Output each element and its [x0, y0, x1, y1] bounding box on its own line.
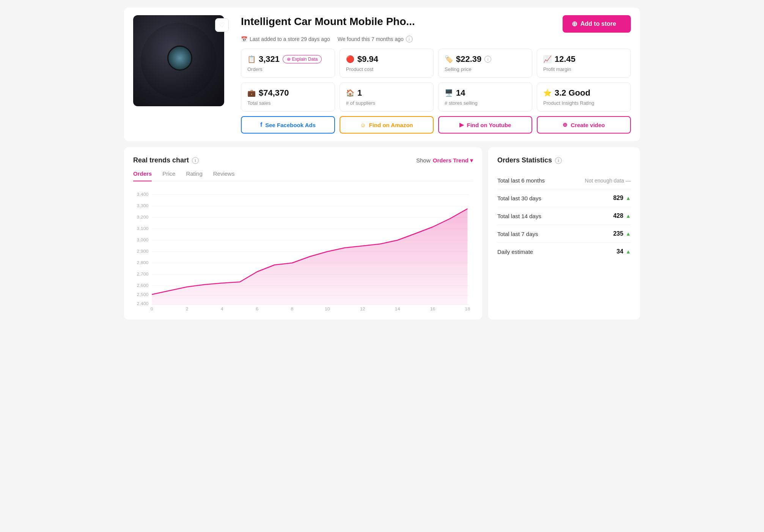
- up-arrow-daily: ▲: [626, 249, 631, 255]
- stat-row-30days: Total last 30 days 829 ▲: [497, 189, 631, 207]
- stat-top: 🔴 $9.94: [346, 54, 427, 64]
- stat-row-6months: Total last 6 months Not enough data —: [497, 172, 631, 189]
- svg-text:2,600: 2,600: [137, 283, 149, 288]
- orders-value: 3,321: [259, 54, 280, 64]
- suppliers-value: 1: [357, 88, 362, 98]
- facebook-ads-button[interactable]: f See Facebook Ads: [241, 116, 335, 134]
- chart-title: Real trends chart i: [133, 156, 199, 164]
- rating-value: 3.2 Good: [555, 88, 590, 98]
- row-value-30days: 829 ▲: [613, 195, 631, 201]
- svg-text:3,300: 3,300: [137, 203, 149, 208]
- svg-text:3,100: 3,100: [137, 226, 149, 231]
- add-to-store-button[interactable]: ⊕ Add to store: [563, 15, 631, 33]
- stat-total-sales: 💼 $74,370 Total sales: [241, 82, 335, 112]
- sales-value: $74,370: [259, 88, 289, 98]
- cost-label: Product cost: [346, 66, 427, 72]
- price-info-icon[interactable]: i: [484, 56, 491, 63]
- orders-icon: 📋: [247, 55, 256, 63]
- stat-top: 🏷️ $22.39 i: [445, 54, 526, 64]
- product-title-row: Intelligent Car Mount Mobile Pho... ⊕ Ad…: [241, 15, 631, 33]
- chart-area: 3,400 3,300 3,200 3,100 3,000 2,900 2,80…: [133, 189, 473, 310]
- suppliers-icon: 🏠: [346, 89, 354, 97]
- price-label: Selling price: [445, 66, 526, 72]
- stores-label: # stores selling: [445, 100, 526, 106]
- svg-text:12: 12: [360, 307, 365, 310]
- stat-top: ⭐ 3.2 Good: [543, 88, 624, 98]
- svg-text:2,400: 2,400: [137, 301, 149, 306]
- explain-data-button[interactable]: ⊕ Explain Data: [283, 55, 322, 63]
- product-image: [133, 15, 224, 106]
- svg-text:16: 16: [430, 307, 435, 310]
- row-value-6months: Not enough data —: [585, 178, 631, 184]
- add-to-store-label: Add to store: [580, 20, 616, 27]
- chart-card: Real trends chart i Show Orders Trend ▾ …: [124, 147, 482, 320]
- up-arrow-7days: ▲: [626, 231, 631, 237]
- row-label-7days: Total last 7 days: [497, 231, 538, 237]
- cost-icon: 🔴: [346, 55, 354, 63]
- stat-profit-margin: 📈 12.45 Profit margin: [537, 49, 631, 78]
- amazon-icon: ☺: [360, 122, 366, 128]
- tab-reviews[interactable]: Reviews: [213, 170, 235, 181]
- stat-top: 🖥️ 14: [445, 88, 526, 98]
- margin-label: Profit margin: [543, 66, 624, 72]
- stats-row-1: 📋 3,321 ⊕ Explain Data Orders 🔴 $9.94 Pr…: [241, 49, 631, 78]
- amazon-button[interactable]: ☺ Find on Amazon: [340, 116, 434, 134]
- favorite-button[interactable]: ♡: [215, 18, 229, 32]
- action-buttons: f See Facebook Ads ☺ Find on Amazon ▶ Fi…: [241, 116, 631, 134]
- product-title: Intelligent Car Mount Mobile Pho...: [241, 15, 415, 28]
- stat-suppliers: 🏠 1 # of suppliers: [340, 82, 434, 112]
- svg-text:4: 4: [221, 307, 223, 310]
- stores-icon: 🖥️: [445, 89, 453, 97]
- create-video-button[interactable]: ⊕ Create video: [537, 116, 631, 134]
- video-label: Create video: [571, 122, 605, 128]
- found-info-icon[interactable]: i: [406, 36, 413, 42]
- suppliers-label: # of suppliers: [346, 100, 427, 106]
- svg-text:14: 14: [395, 307, 400, 310]
- rating-icon: ⭐: [543, 89, 552, 97]
- chevron-down-icon: ▾: [470, 157, 473, 164]
- svg-text:8: 8: [291, 307, 293, 310]
- svg-text:10: 10: [325, 307, 330, 310]
- tab-price[interactable]: Price: [162, 170, 175, 181]
- stores-value: 14: [456, 88, 465, 98]
- trend-selector[interactable]: Orders Trend ▾: [433, 157, 473, 164]
- row-value-daily: 34 ▲: [616, 248, 631, 255]
- svg-text:3,200: 3,200: [137, 215, 149, 219]
- youtube-label: Find on Youtube: [467, 122, 511, 128]
- youtube-button[interactable]: ▶ Find on Youtube: [438, 116, 532, 134]
- product-meta: 📅 Last added to a store 29 days ago We f…: [241, 36, 631, 42]
- product-image-wrap: ♡: [133, 15, 232, 106]
- product-image-inner: [141, 23, 217, 99]
- product-info: Intelligent Car Mount Mobile Pho... ⊕ Ad…: [241, 15, 631, 134]
- stat-top: 📋 3,321 ⊕ Explain Data: [247, 54, 329, 64]
- row-label-6months: Total last 6 months: [497, 177, 545, 184]
- facebook-ads-label: See Facebook Ads: [265, 122, 316, 128]
- chart-info-icon[interactable]: i: [192, 157, 199, 164]
- last-added-text: 📅 Last added to a store 29 days ago: [241, 36, 330, 42]
- stat-selling-price: 🏷️ $22.39 i Selling price: [438, 49, 532, 78]
- stat-top: 📈 12.45: [543, 54, 624, 64]
- stat-row-daily: Daily estimate 34 ▲: [497, 243, 631, 260]
- page: ♡ Intelligent Car Mount Mobile Pho... ⊕ …: [116, 0, 648, 327]
- orders-label: Orders: [247, 66, 329, 72]
- orders-stats-card: Orders Statistics i Total last 6 months …: [488, 147, 640, 320]
- price-icon: 🏷️: [445, 55, 453, 63]
- calendar-icon: 📅: [241, 36, 247, 42]
- svg-text:2,900: 2,900: [137, 249, 149, 253]
- stat-product-cost: 🔴 $9.94 Product cost: [340, 49, 434, 78]
- margin-value: 12.45: [555, 54, 575, 64]
- tab-orders[interactable]: Orders: [133, 170, 152, 181]
- video-icon: ⊕: [563, 121, 567, 128]
- sales-icon: 💼: [247, 89, 256, 97]
- svg-text:2: 2: [186, 307, 189, 310]
- stat-top: 🏠 1: [346, 88, 427, 98]
- youtube-icon: ▶: [459, 121, 464, 128]
- orders-stats-info-icon[interactable]: i: [555, 157, 562, 164]
- price-value: $22.39: [456, 54, 481, 64]
- tab-rating[interactable]: Rating: [186, 170, 202, 181]
- plus-icon: ⊕: [572, 20, 577, 28]
- amazon-label: Find on Amazon: [369, 122, 413, 128]
- svg-text:2,800: 2,800: [137, 260, 149, 265]
- row-label-30days: Total last 30 days: [497, 195, 541, 201]
- row-value-7days: 235 ▲: [613, 230, 631, 237]
